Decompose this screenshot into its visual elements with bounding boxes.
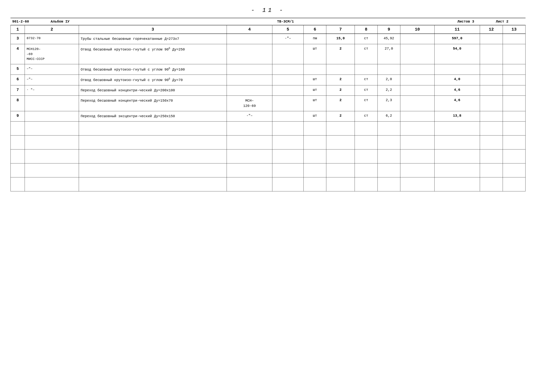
row-col8: ст	[355, 75, 378, 85]
table-row: 4 МСН120––69МИСС-СССР Отвод бесшовный кр…	[11, 44, 526, 64]
row-col2	[25, 111, 79, 121]
table-row-empty	[11, 121, 526, 135]
table-row-empty	[11, 149, 526, 163]
row-col13	[503, 34, 525, 44]
row-col9	[378, 64, 400, 75]
row-col7: 15,0	[326, 34, 355, 44]
row-col6: шт	[304, 44, 326, 64]
col-header-12: 12	[480, 25, 503, 34]
row-col11: 4,6	[434, 96, 480, 111]
row-col10	[400, 64, 434, 75]
row-col4: МСН–120-69	[227, 96, 272, 111]
page-number: - 11 -	[10, 7, 526, 14]
row-col8: ст	[355, 34, 378, 44]
row-col12	[480, 44, 503, 64]
col-header-10: 10	[400, 25, 434, 34]
col-header-3: 3	[79, 25, 227, 34]
row-col10	[400, 85, 434, 96]
col-header-5: 5	[272, 25, 303, 34]
row-col11: 13,8	[434, 111, 480, 121]
table-row: 7 · "– Переход бесшовный концентри-чески…	[11, 85, 526, 96]
col-header-1: 1	[11, 25, 25, 34]
row-col5	[272, 111, 303, 121]
col-header-6: 6	[304, 25, 326, 34]
row-col5	[272, 64, 303, 75]
row-col11: 597,0	[434, 34, 480, 44]
col-header-13: 13	[503, 25, 525, 34]
row-col2: МСН120––69МИСС-СССР	[25, 44, 79, 64]
row-col12	[480, 64, 503, 75]
col-header-11: 11	[434, 25, 480, 34]
table-row-empty	[11, 163, 526, 177]
row-col10	[400, 75, 434, 85]
row-col8: ст	[355, 111, 378, 121]
row-col3: Отвод бесшовный крутоизо-гнутый с углом …	[79, 44, 227, 64]
row-col11: 4,6	[434, 85, 480, 96]
col-header-4: 4	[227, 25, 272, 34]
row-col2: · "–	[25, 85, 79, 96]
row-col6: шт	[304, 75, 326, 85]
album-label: Альбом IУ	[49, 18, 115, 25]
row-col3: Переход бесшовный концентри-ческий Ду=15…	[79, 96, 227, 111]
row-col6: шт	[304, 85, 326, 96]
row-col7: 2	[326, 44, 355, 64]
row-col9: 2,2	[378, 85, 400, 96]
row-col2: 8732-70	[25, 34, 79, 44]
row-col12	[480, 75, 503, 85]
row-col13	[503, 96, 525, 111]
col-header-2: 2	[25, 25, 79, 34]
col-header-7: 7	[326, 25, 355, 34]
row-col9: 27,0	[378, 44, 400, 64]
table-row-empty	[11, 135, 526, 149]
row-num: 8	[11, 96, 25, 111]
row-num: 4	[11, 44, 25, 64]
row-col5	[272, 75, 303, 85]
row-col13	[503, 111, 525, 121]
row-col9: 2,0	[378, 75, 400, 85]
row-col3: Переход бесшовный концентри-ческий Ду=20…	[79, 85, 227, 96]
row-col4	[227, 64, 272, 75]
row-col7: 2	[326, 85, 355, 96]
row-col4: -"–	[227, 111, 272, 121]
row-col13	[503, 75, 525, 85]
row-col9: 6,2	[378, 111, 400, 121]
row-col7: 2	[326, 111, 355, 121]
table-row: 3 8732-70 Трубы стальные бесшовные горяч…	[11, 34, 526, 44]
row-col13	[503, 64, 525, 75]
row-col6	[304, 64, 326, 75]
row-col8: ст	[355, 44, 378, 64]
row-col12	[480, 34, 503, 44]
tv-label: ТВ-3СМ/1	[115, 18, 456, 25]
main-table: 1 2 3 4 5 6 7 8 9 10 11 12 13 3 8732-70 …	[10, 25, 526, 191]
row-col3: Отвод бесшовный крутоизо-гнутый с углом …	[79, 64, 227, 75]
row-num: 6	[11, 75, 25, 85]
row-col7: 2	[326, 75, 355, 85]
listov-label: Листов 3	[456, 18, 494, 25]
col-header-9: 9	[378, 25, 400, 34]
row-col8: ст	[355, 85, 378, 96]
row-col6: шт	[304, 96, 326, 111]
list-label: Лист 2	[494, 18, 526, 25]
row-col12	[480, 96, 503, 111]
row-col12	[480, 85, 503, 96]
row-col4	[227, 75, 272, 85]
row-col5: -"–	[272, 34, 303, 44]
row-num: 5	[11, 64, 25, 75]
row-col11	[434, 64, 480, 75]
row-col8: ст	[355, 96, 378, 111]
row-num: 7	[11, 85, 25, 96]
table-row: 5 –"– Отвод бесшовный крутоизо-гнутый с …	[11, 64, 526, 75]
row-col13	[503, 85, 525, 96]
row-col2: –"–	[25, 64, 79, 75]
row-col7	[326, 64, 355, 75]
row-col8	[355, 64, 378, 75]
row-col4	[227, 34, 272, 44]
row-col11: 54,0	[434, 44, 480, 64]
table-row-empty	[11, 177, 526, 191]
row-col11: 4,0	[434, 75, 480, 85]
row-col5	[272, 44, 303, 64]
row-col6: шт	[304, 111, 326, 121]
row-col5	[272, 85, 303, 96]
row-num: 3	[11, 34, 25, 44]
row-col3: Трубы стальные бесшовные горячекатанные …	[79, 34, 227, 44]
